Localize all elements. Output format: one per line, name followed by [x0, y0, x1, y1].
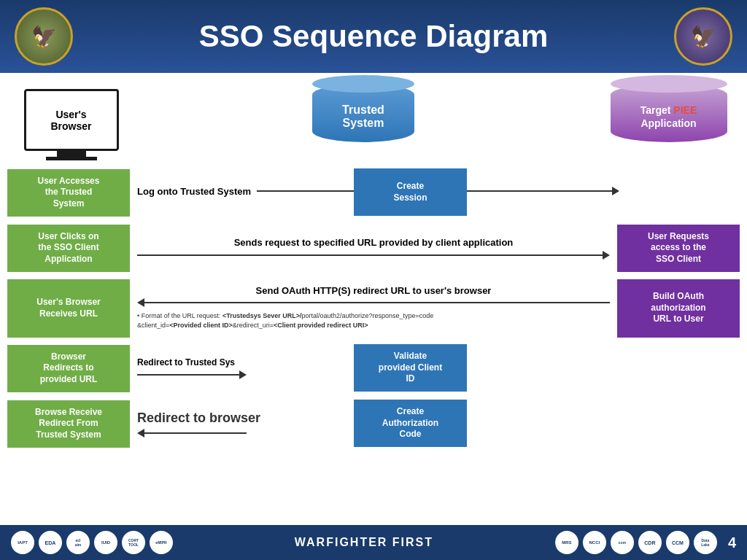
footer-logos-left: IAPT EDA eclaim IUID CORTTOOL eMIPR [11, 531, 173, 554]
center-box-5: Create Authorization Code [354, 400, 467, 447]
right-label-3: Build OAuth authorization URL to User [651, 291, 705, 325]
logo-iuid: IUID [94, 531, 117, 554]
logo-mrs: MRS [555, 531, 578, 554]
monitor-stand [57, 151, 86, 157]
arrowhead-left-5 [137, 429, 144, 438]
left-box-3: User's BrowserReceives URL [7, 279, 130, 338]
left-box-1: User Accesses the Trusted System [7, 169, 130, 217]
left-label-2: User Clicks onthe SSO ClientApplication [38, 231, 98, 265]
right-box-2: User Requests access to the SSO Client [617, 225, 740, 272]
logo-datalake: DataLake [694, 531, 717, 554]
arrow-line-5 [144, 432, 247, 434]
center-box-1: Create Session [354, 168, 467, 216]
actor-target: Target PIEEApplication [601, 84, 736, 142]
header-title: SSO Sequence Diagram [73, 19, 674, 54]
row3-middle: Send OAuth HTTP(S) redirect URL to user'… [130, 285, 617, 331]
logo-cdr: CDR [638, 531, 662, 554]
footer-tagline: WARFIGHTER FIRST [295, 536, 433, 549]
left-box-2: User Clicks onthe SSO ClientApplication [7, 225, 130, 272]
left-label-5: Browse ReceiveRedirect FromTrusted Syste… [35, 407, 102, 441]
main-content: User'sBrowser TrustedSystem Target PIEEA… [0, 73, 747, 525]
target-label: Target PIEEApplication [640, 104, 697, 130]
left-box-4: BrowserRedirects toprovided URL [7, 345, 130, 392]
arrow-line-3 [144, 302, 610, 303]
sequence-container: User Accesses the Trusted System Log ont… [7, 166, 740, 450]
browser-monitor: User'sBrowser [24, 89, 119, 151]
arrow-sublabel-3: • Format of the URL request: <Trustedsys… [137, 310, 610, 331]
actors-row: User'sBrowser TrustedSystem Target PIEEA… [7, 80, 740, 160]
center-label-1: Create Session [393, 181, 427, 203]
trusted-label: TrustedSystem [342, 104, 384, 130]
left-label-4: BrowserRedirects toprovided URL [40, 351, 98, 386]
arrow-label-3: Send OAuth HTTP(S) redirect URL to user'… [137, 285, 610, 296]
browser-label: User'sBrowser [50, 109, 91, 132]
seq-row-1: User Accesses the Trusted System Log ont… [7, 166, 740, 219]
actor-browser: User'sBrowser [7, 89, 135, 160]
seq-row-2: User Clicks onthe SSO ClientApplication … [7, 222, 740, 274]
seal-right: 🦅 [674, 7, 732, 66]
center-label-5: Create Authorization Code [382, 406, 438, 440]
target-cylinder: Target PIEEApplication [611, 84, 727, 142]
left-box-5: Browse ReceiveRedirect FromTrusted Syste… [7, 400, 130, 448]
arrowhead-4 [239, 370, 247, 379]
logo-ccmcert: ccm [611, 531, 634, 554]
row2-middle: Sends request to specified URL provided … [130, 237, 617, 260]
left-label-3: User's BrowserReceives URL [36, 297, 101, 319]
seal-left: 🦅 [15, 7, 73, 66]
logo-ccm: CCM [666, 531, 689, 554]
arrowhead-left-3 [137, 298, 144, 307]
arrow-label-2: Sends request to specified URL provided … [137, 237, 610, 248]
logo-iapt: IAPT [11, 531, 34, 554]
right-box-3: Build OAuth authorization URL to User [617, 279, 740, 338]
center-label-4: Validate provided Client ID [379, 351, 442, 385]
footer-page: 4 [728, 534, 736, 551]
logo-ncci: NCCI [583, 531, 606, 554]
seq-row-3: User's BrowserReceives URL Send OAuth HT… [7, 277, 740, 339]
arrow-line-4a [137, 374, 239, 376]
arrow-line-2 [137, 254, 603, 256]
trusted-cylinder: TrustedSystem [312, 84, 414, 142]
seal-left-icon: 🦅 [31, 25, 57, 49]
logo-corttool: CORTTOOL [122, 531, 145, 554]
left-label-1: User Accesses the Trusted System [38, 176, 100, 210]
seal-right-icon: 🦅 [691, 25, 716, 49]
full-arrow-3 [137, 298, 610, 307]
monitor-base [46, 157, 97, 160]
arrowhead-2 [603, 251, 610, 260]
arrow-label-1: Log onto Trusted System [137, 186, 251, 197]
header: 🦅 SSO Sequence Diagram 🦅 [0, 0, 747, 73]
footer-logos-right: MRS NCCI ccm CDR CCM DataLake [555, 531, 717, 554]
actor-trusted: TrustedSystem [298, 84, 429, 142]
full-arrow-2 [137, 251, 610, 260]
seq-row-4: BrowserRedirects toprovided URL Redirect… [7, 342, 740, 394]
arrowhead-1 [612, 187, 619, 195]
footer-right: MRS NCCI ccm CDR CCM DataLake 4 [555, 531, 736, 554]
right-label-2: User Requests access to the SSO Client [648, 231, 709, 265]
center-box-4: Validate provided Client ID [354, 344, 467, 392]
footer: IAPT EDA eclaim IUID CORTTOOL eMIPR WARF… [0, 525, 747, 560]
piee-text: PIEE [673, 104, 697, 116]
logo-emirp: eMIPR [150, 531, 173, 554]
logo-eda: EDA [39, 531, 62, 554]
seq-row-5: Browse ReceiveRedirect FromTrusted Syste… [7, 397, 740, 450]
logo-eclaimx: eclaim [66, 531, 90, 554]
